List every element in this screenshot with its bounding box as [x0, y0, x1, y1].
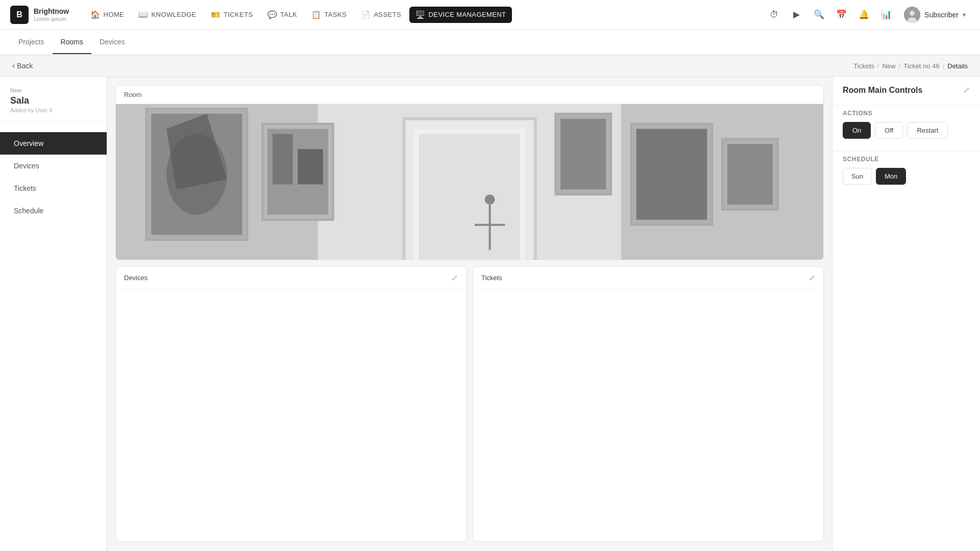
nav-knowledge[interactable]: 📖 KNOWLEDGE	[132, 7, 202, 23]
svg-point-36	[485, 194, 495, 205]
top-nav: B Brightnow Lorem ipsum 🏠 HOME 📖 KNOWLED…	[0, 0, 980, 30]
sub-nav: Projects Rooms Devices	[0, 30, 980, 55]
svg-rect-23	[298, 149, 323, 184]
actions-label: Actions	[843, 110, 970, 117]
schedule-label: Schedule	[843, 156, 970, 163]
devices-card-header: Devices ⤢	[116, 267, 466, 289]
sidebar-item-schedule[interactable]: Schedule	[0, 199, 107, 222]
schedule-mon-button[interactable]: Mon	[876, 168, 906, 185]
chevron-down-icon: ▾	[963, 11, 966, 18]
breadcrumb-new[interactable]: New	[883, 62, 896, 70]
sub-nav-devices[interactable]: Devices	[91, 31, 133, 54]
breadcrumb-details: Details	[947, 62, 968, 70]
nav-home-label: HOME	[104, 11, 125, 18]
tickets-expand-button[interactable]: ⤢	[808, 273, 815, 283]
chart-icon-btn[interactable]: 📊	[877, 6, 895, 23]
nav-tasks-label: TASKS	[325, 11, 347, 18]
svg-rect-26	[419, 134, 520, 260]
sidebar-added-by: Added by User X	[10, 107, 96, 113]
nav-tickets-label: TICKETS	[224, 11, 253, 18]
tickets-card-title: Tickets	[481, 274, 502, 282]
tickets-card-header: Tickets ⤢	[473, 267, 823, 289]
breadcrumb: Tickets / New / Ticket no 46 / Details	[853, 62, 968, 70]
room-image-label: Room	[116, 86, 823, 104]
devices-card-title: Devices	[124, 274, 148, 282]
nav-items: 🏠 HOME 📖 KNOWLEDGE 🎫 TICKETS 💬 TALK 📋 TA…	[84, 7, 765, 23]
knowledge-icon: 📖	[138, 10, 148, 19]
avatar	[904, 7, 920, 23]
devices-card: Devices ⤢	[115, 266, 467, 542]
action-restart-button[interactable]: Restart	[907, 122, 948, 139]
sidebar-nav: Overview Devices Tickets Schedule	[0, 132, 107, 222]
room-image-card: Room	[115, 85, 824, 260]
nav-right: ⏱ ▶ 🔍 📅 🔔 📊 Subscriber ▾	[765, 5, 970, 25]
user-menu[interactable]: Subscriber ▾	[900, 5, 970, 25]
breadcrumb-tickets[interactable]: Tickets	[853, 62, 874, 70]
svg-point-1	[910, 11, 915, 16]
sub-nav-rooms[interactable]: Rooms	[53, 31, 91, 54]
back-arrow-icon: ‹	[12, 61, 15, 70]
timer-icon-btn[interactable]: ⏱	[765, 6, 782, 23]
sub-nav-projects[interactable]: Projects	[10, 31, 53, 54]
user-name: Subscriber	[924, 11, 959, 19]
sidebar-tag: New	[10, 87, 96, 93]
main-layout: New Sala Added by User X Overview Device…	[0, 77, 980, 550]
sidebar-item-overview[interactable]: Overview	[0, 132, 107, 155]
svg-rect-22	[273, 134, 293, 184]
right-panel-title: Room Main Controls	[843, 86, 922, 95]
schedule-section: Schedule Sun Mon	[832, 156, 980, 193]
talk-icon: 💬	[267, 10, 277, 19]
action-off-button[interactable]: Off	[875, 122, 903, 139]
nav-assets[interactable]: 📄 ASSETS	[355, 7, 407, 23]
panel-divider-2	[832, 151, 980, 152]
search-icon-btn[interactable]: 🔍	[810, 6, 827, 23]
brand-logo: B	[10, 6, 29, 24]
device-mgmt-icon: 🖥️	[415, 10, 425, 19]
nav-tasks[interactable]: 📋 TASKS	[305, 7, 353, 23]
breadcrumb-ticket-no[interactable]: Ticket no 46	[903, 62, 939, 70]
sidebar-item-devices[interactable]: Devices	[0, 155, 107, 177]
room-image	[116, 104, 823, 260]
nav-talk[interactable]: 💬 TALK	[261, 7, 304, 23]
home-icon: 🏠	[90, 10, 100, 19]
action-buttons: On Off Restart	[843, 122, 970, 139]
bell-icon-btn[interactable]: 🔔	[855, 6, 872, 23]
sidebar-title: Sala	[10, 95, 96, 106]
sidebar: New Sala Added by User X Overview Device…	[0, 77, 107, 550]
svg-rect-28	[560, 119, 606, 190]
breadcrumb-bar: ‹ Back Tickets / New / Ticket no 46 / De…	[0, 55, 980, 77]
nav-device-management[interactable]: 🖥️ DEVICE MANAGEMENT	[409, 7, 512, 23]
action-on-button[interactable]: On	[843, 122, 871, 139]
brand-subtitle: Lorem ipsum	[34, 16, 69, 22]
brand-text: Brightnow Lorem ipsum	[34, 7, 69, 22]
breadcrumb-sep-2: /	[899, 62, 901, 70]
svg-rect-33	[727, 144, 773, 205]
assets-icon: 📄	[361, 10, 371, 19]
content-area: Room	[107, 77, 832, 550]
calendar-icon-btn[interactable]: 📅	[832, 6, 850, 23]
breadcrumb-sep-3: /	[943, 62, 945, 70]
right-panel: Room Main Controls ⤢ Actions On Off Rest…	[832, 77, 980, 550]
tickets-card: Tickets ⤢	[473, 266, 824, 542]
nav-device-mgmt-label: DEVICE MANAGEMENT	[429, 11, 506, 18]
back-button[interactable]: ‹ Back	[12, 61, 33, 70]
sidebar-header: New Sala Added by User X	[0, 77, 107, 122]
actions-section: Actions On Off Restart	[832, 110, 980, 147]
nav-assets-label: ASSETS	[374, 11, 402, 18]
breadcrumb-sep-1: /	[877, 62, 879, 70]
panel-expand-icon[interactable]: ⤢	[963, 85, 970, 95]
tasks-icon: 📋	[311, 10, 321, 19]
sidebar-item-tickets[interactable]: Tickets	[0, 177, 107, 199]
brand-name: Brightnow	[34, 7, 69, 16]
tickets-icon: 🎫	[211, 10, 220, 19]
svg-rect-31	[636, 129, 707, 220]
nav-talk-label: TALK	[280, 11, 297, 18]
nav-home[interactable]: 🏠 HOME	[84, 7, 130, 23]
play-icon-btn[interactable]: ▶	[788, 6, 805, 23]
right-panel-header: Room Main Controls ⤢	[832, 77, 980, 101]
bottom-row: Devices ⤢ Tickets ⤢	[115, 266, 824, 542]
nav-tickets[interactable]: 🎫 TICKETS	[205, 7, 259, 23]
devices-expand-button[interactable]: ⤢	[451, 273, 458, 283]
schedule-sun-button[interactable]: Sun	[843, 168, 872, 185]
back-label: Back	[17, 62, 33, 70]
